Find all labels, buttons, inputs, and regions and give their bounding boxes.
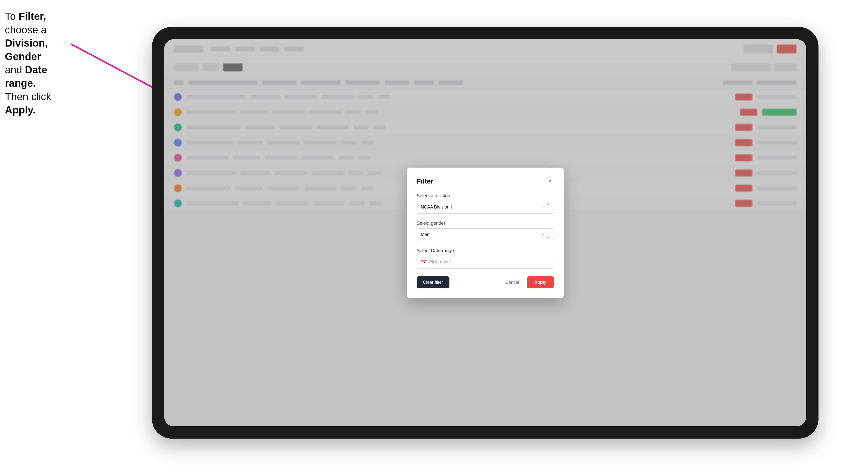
tablet-frame: Filter × Select a division NCAA Division… xyxy=(152,27,818,439)
instruction-filter-bold: Filter, xyxy=(19,10,46,22)
filter-modal: Filter × Select a division NCAA Division… xyxy=(407,167,564,298)
gender-clear-icon[interactable]: × xyxy=(542,232,545,237)
date-group: Select Date range 📅 Pick a date xyxy=(416,248,554,269)
division-value: NCAA Division I xyxy=(421,205,452,210)
division-select[interactable]: NCAA Division I × ⌃⌄ xyxy=(416,201,554,214)
division-chevron-icon: ⌃⌄ xyxy=(547,204,550,211)
division-label: Select a division xyxy=(416,193,554,198)
footer-right: Cancel Apply xyxy=(501,276,554,288)
division-clear-icon[interactable]: × xyxy=(542,205,545,210)
gender-value: Men xyxy=(421,232,429,237)
calendar-icon: 📅 xyxy=(421,259,426,265)
instruction-line1: To Filter, choose a Division, Gender and… xyxy=(5,10,51,116)
modal-overlay: Filter × Select a division NCAA Division… xyxy=(164,39,806,426)
gender-group: Select gender Men × ⌃⌄ xyxy=(416,220,554,241)
date-input[interactable]: 📅 Pick a date xyxy=(416,256,554,269)
date-label: Select Date range xyxy=(416,248,554,253)
gender-select[interactable]: Men × ⌃⌄ xyxy=(416,228,554,241)
apply-button[interactable]: Apply xyxy=(527,276,554,288)
instruction-date-bold: Date range. xyxy=(5,64,47,89)
instruction-block: To Filter, choose a Division, Gender and… xyxy=(5,10,76,117)
gender-label: Select gender xyxy=(416,220,554,226)
close-button[interactable]: × xyxy=(546,177,554,185)
gender-select-actions: × ⌃⌄ xyxy=(542,231,550,239)
tablet-screen: Filter × Select a division NCAA Division… xyxy=(164,39,806,426)
cancel-button[interactable]: Cancel xyxy=(501,276,523,288)
date-placeholder: Pick a date xyxy=(429,259,451,264)
modal-title: Filter xyxy=(416,177,433,185)
instruction-division-bold: Division, Gender xyxy=(5,37,48,62)
division-group: Select a division NCAA Division I × ⌃⌄ xyxy=(416,193,554,214)
gender-chevron-icon: ⌃⌄ xyxy=(547,231,550,239)
division-select-actions: × ⌃⌄ xyxy=(542,204,550,211)
instruction-apply-bold: Apply. xyxy=(5,104,35,116)
clear-filter-button[interactable]: Clear filter xyxy=(416,276,450,288)
modal-header: Filter × xyxy=(416,177,554,185)
modal-footer: Clear filter Cancel Apply xyxy=(416,276,554,288)
